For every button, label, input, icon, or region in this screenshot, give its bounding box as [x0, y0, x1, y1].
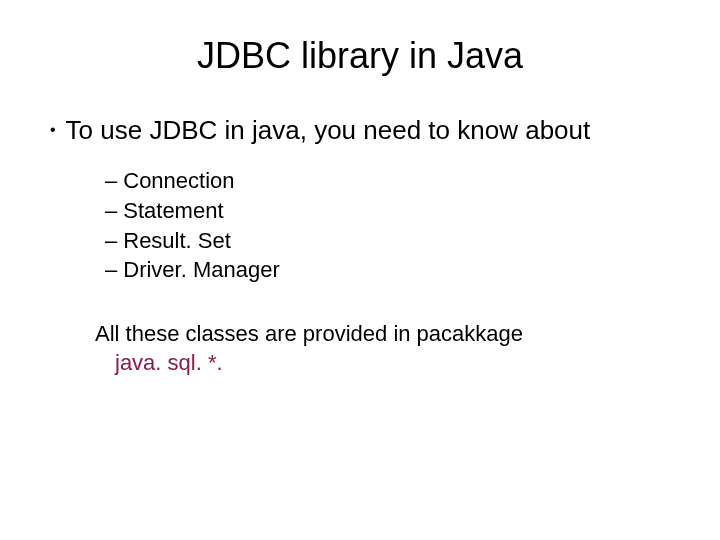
- main-bullet-text: To use JDBC in java, you need to know ab…: [66, 115, 591, 145]
- list-item: –Statement: [105, 196, 680, 226]
- list-item: –Result. Set: [105, 226, 680, 256]
- list-item-label: Result. Set: [123, 228, 231, 253]
- footer-text: All these classes are provided in pacakk…: [95, 320, 680, 377]
- slide-title: JDBC library in Java: [40, 35, 680, 77]
- list-item: –Connection: [105, 166, 680, 196]
- dash-icon: –: [105, 257, 117, 282]
- dash-icon: –: [105, 168, 117, 193]
- footer-package: java. sql. *.: [115, 350, 223, 375]
- list-item-label: Driver. Manager: [123, 257, 280, 282]
- dash-icon: –: [105, 198, 117, 223]
- bullet-icon: •: [50, 120, 56, 140]
- list-item: –Driver. Manager: [105, 255, 680, 285]
- sub-list: –Connection –Statement –Result. Set –Dri…: [105, 166, 680, 285]
- list-item-label: Statement: [123, 198, 223, 223]
- footer-line-1: All these classes are provided in pacakk…: [95, 321, 523, 346]
- list-item-label: Connection: [123, 168, 234, 193]
- main-bullet: •To use JDBC in java, you need to know a…: [50, 112, 680, 146]
- dash-icon: –: [105, 228, 117, 253]
